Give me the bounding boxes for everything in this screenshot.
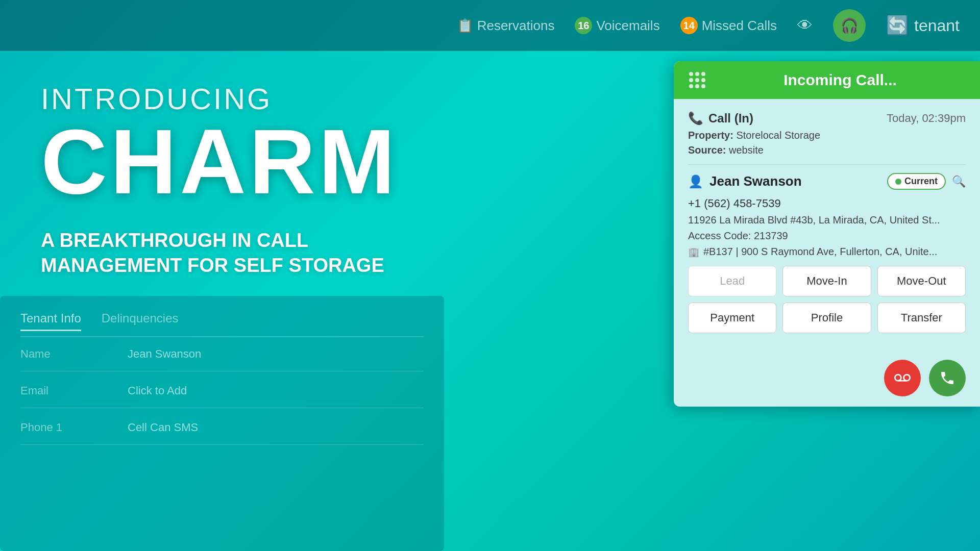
contact-row: 👤 Jean Swanson Current 🔍 xyxy=(688,173,966,190)
source-detail: Source: website xyxy=(688,144,966,156)
person-icon: 👤 xyxy=(688,174,703,189)
call-info-row: 📞 Call (In) Today, 02:39pm xyxy=(688,111,966,126)
form-tabs: Tenant Info Delinquencies xyxy=(20,311,424,337)
tenant-logo: 🔄 tenant xyxy=(886,15,960,36)
transfer-button[interactable]: Transfer xyxy=(877,303,966,333)
reservations-icon: 📋 xyxy=(457,18,473,34)
call-controls xyxy=(674,352,980,407)
phone-label: Phone 1 xyxy=(20,421,112,434)
phone-value: Cell Can SMS xyxy=(128,421,198,434)
contact-phone: +1 (562) 458-7539 xyxy=(688,197,966,210)
phone-icon xyxy=(939,370,955,386)
property-value: Storelocal Storage xyxy=(736,130,820,141)
subtitle-label: A BREAKTHROUGH IN CALLMANAGEMENT FOR SEL… xyxy=(41,228,398,279)
current-dot xyxy=(895,179,901,185)
voicemails-label: Voicemails xyxy=(596,18,659,34)
eye-icon[interactable]: 👁 xyxy=(797,17,813,34)
call-type: 📞 Call (In) xyxy=(688,111,753,126)
missed-calls-badge: 14 xyxy=(680,17,698,34)
email-value: Click to Add xyxy=(128,384,187,397)
source-value: website xyxy=(729,144,764,156)
missed-calls-label: Missed Calls xyxy=(702,18,777,34)
divider xyxy=(688,164,966,165)
source-label: Source: xyxy=(688,144,726,156)
action-buttons: Lead Move-In Move-Out Payment Profile Tr… xyxy=(688,266,966,333)
name-label: Name xyxy=(20,347,112,361)
form-row-email: Email Click to Add xyxy=(20,384,424,408)
lead-button[interactable]: Lead xyxy=(688,266,776,296)
headset-button[interactable]: 🎧 xyxy=(833,9,866,42)
search-contact-icon[interactable]: 🔍 xyxy=(952,175,966,188)
voicemails-badge: 16 xyxy=(575,17,592,34)
property-label: Property: xyxy=(688,130,733,141)
payment-button[interactable]: Payment xyxy=(688,303,776,333)
current-badge: Current xyxy=(887,173,946,190)
contact-address: 11926 La Mirada Blvd #43b, La Mirada, CA… xyxy=(688,214,966,226)
voicemail-button[interactable] xyxy=(884,360,921,396)
contact-name: Jean Swanson xyxy=(709,173,881,189)
top-navigation: 📋 Reservations 16 Voicemails 14 Missed C… xyxy=(0,0,980,51)
move-in-button[interactable]: Move-In xyxy=(782,266,871,296)
move-out-button[interactable]: Move-Out xyxy=(877,266,966,296)
unit-icon: 🏢 xyxy=(688,246,699,258)
unit-info: 🏢 #B137 | 900 S Raymond Ave, Fullerton, … xyxy=(688,246,966,258)
charm-label: CHARM xyxy=(41,116,398,208)
email-label: Email xyxy=(20,384,112,397)
access-code: Access Code: 213739 xyxy=(688,230,966,242)
unit-value: #B137 | 900 S Raymond Ave, Fullerton, CA… xyxy=(703,246,937,258)
call-in-icon: 📞 xyxy=(688,111,703,126)
call-panel-header: Incoming Call... xyxy=(674,61,980,99)
current-label: Current xyxy=(904,176,938,187)
answer-button[interactable] xyxy=(929,360,966,396)
property-detail: Property: Storelocal Storage xyxy=(688,130,966,141)
grid-icon xyxy=(689,72,705,88)
tenant-info-tab[interactable]: Tenant Info xyxy=(20,311,81,331)
form-row-name: Name Jean Swanson xyxy=(20,347,424,371)
voicemails-nav[interactable]: 16 Voicemails xyxy=(575,17,659,34)
voicemail-icon xyxy=(894,370,911,386)
reservations-nav[interactable]: 📋 Reservations xyxy=(457,18,555,34)
call-time: Today, 02:39pm xyxy=(887,112,966,125)
background-form: Tenant Info Delinquencies Name Jean Swan… xyxy=(0,296,444,551)
name-value: Jean Swanson xyxy=(128,347,201,361)
profile-button[interactable]: Profile xyxy=(782,303,871,333)
call-type-label: Call (In) xyxy=(708,111,753,126)
delinquencies-tab[interactable]: Delinquencies xyxy=(102,311,179,331)
hero-section: INTRODUCING CHARM A BREAKTHROUGH IN CALL… xyxy=(41,82,398,279)
access-code-label: Access Code: xyxy=(688,230,751,241)
call-panel-body: 📞 Call (In) Today, 02:39pm Property: Sto… xyxy=(674,99,980,352)
headset-icon: 🎧 xyxy=(841,17,859,34)
reservations-label: Reservations xyxy=(477,18,555,34)
access-code-value: 213739 xyxy=(754,230,788,241)
missed-calls-nav[interactable]: 14 Missed Calls xyxy=(680,17,777,34)
tenant-logo-icon: 🔄 xyxy=(886,15,909,36)
tenant-logo-text: tenant xyxy=(914,16,960,35)
call-panel: Incoming Call... 📞 Call (In) Today, 02:3… xyxy=(674,61,980,407)
form-row-phone: Phone 1 Cell Can SMS xyxy=(20,421,424,445)
call-panel-title: Incoming Call... xyxy=(716,71,965,89)
